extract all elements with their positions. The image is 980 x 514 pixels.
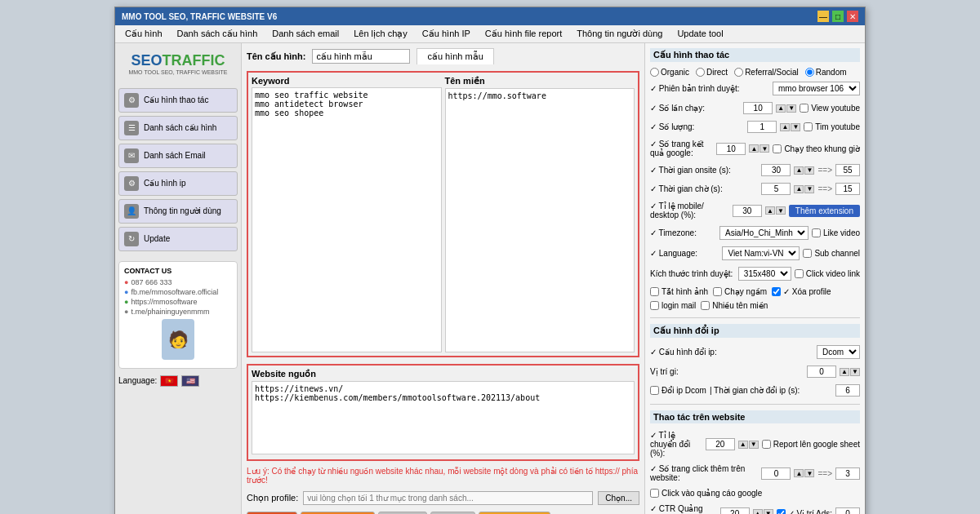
- menu-cau-hinh-ip[interactable]: Cấu hình IP: [416, 27, 477, 41]
- so-trang-click-input2[interactable]: [835, 467, 860, 480]
- doi-ip-dcom-check[interactable]: Đổi ip Dcom: [650, 386, 706, 395]
- vi-tri-up[interactable]: ▲: [840, 368, 849, 376]
- like-video-check[interactable]: Like video: [812, 228, 860, 237]
- source-textarea[interactable]: https://itnews.vn/ https://kiembenus.com…: [252, 381, 635, 454]
- config-name-input[interactable]: [312, 49, 410, 64]
- xoa-profile-checkbox[interactable]: [772, 287, 781, 296]
- tat-hinh-anh-checkbox[interactable]: [650, 287, 659, 296]
- so-trang-up[interactable]: ▲: [749, 144, 759, 153]
- so-lan-down[interactable]: ▼: [786, 104, 796, 113]
- language-select[interactable]: Viet Nam:vi-VN: [722, 246, 800, 260]
- radio-direct-input[interactable]: [696, 68, 705, 77]
- radio-organic-input[interactable]: [650, 68, 659, 77]
- browser-version-select[interactable]: mmo browser 106: [773, 82, 860, 95]
- login-mail-checkbox[interactable]: [650, 301, 659, 310]
- ti-le-chuyen-input[interactable]: [706, 438, 735, 450]
- nhieu-ten-mien-checkbox[interactable]: [701, 301, 710, 310]
- sidebar-item-danh-sach-cau-hinh[interactable]: ☰ Danh sách cấu hình: [118, 116, 238, 140]
- thoi-gian-onsite-input[interactable]: [761, 164, 791, 176]
- vi-tri-ads-input[interactable]: [835, 507, 860, 515]
- so-trang-input[interactable]: [716, 143, 746, 155]
- nhieu-ten-mien-check[interactable]: Nhiều tên miền: [701, 301, 768, 310]
- tim-youtube-check[interactable]: Tim youtube: [804, 122, 860, 131]
- chay-khung-gio-check[interactable]: Chạy theo khung giờ: [773, 144, 860, 153]
- so-lan-input[interactable]: [743, 102, 773, 114]
- doi-ip-select[interactable]: Dcom: [817, 345, 860, 359]
- so-luong-input[interactable]: [747, 121, 777, 133]
- vi-tri-gio-input[interactable]: [807, 366, 836, 378]
- close-button[interactable]: ✕: [847, 11, 858, 22]
- ctr-input[interactable]: [720, 507, 750, 515]
- keyword-textarea[interactable]: mmo seo traffic website mmo antidetect b…: [252, 87, 442, 352]
- click-video-link-check[interactable]: Click video link: [795, 269, 860, 278]
- ti-le-up[interactable]: ▲: [765, 206, 775, 215]
- view-youtube-check[interactable]: View youtube: [800, 104, 860, 113]
- radio-organic[interactable]: Organic: [650, 68, 689, 77]
- cho-down[interactable]: ▼: [804, 185, 814, 193]
- menu-len-lich-chay[interactable]: Lên lịch chạy: [347, 27, 414, 41]
- radio-referral-input[interactable]: [734, 68, 743, 77]
- menu-update-tool[interactable]: Update tool: [670, 27, 729, 41]
- radio-referral[interactable]: Referral/Social: [734, 68, 799, 77]
- report-google-checkbox[interactable]: [762, 440, 771, 449]
- maximize-button[interactable]: □: [832, 11, 844, 22]
- kich-thuoc-select[interactable]: 315x480: [738, 267, 791, 281]
- vi-tri-down[interactable]: ▼: [850, 368, 860, 376]
- tim-youtube-checkbox[interactable]: [804, 122, 813, 131]
- so-trang-click-down[interactable]: ▼: [804, 469, 814, 477]
- menu-thong-tin-nguoi-dung[interactable]: Thông tin người dùng: [570, 27, 669, 41]
- onsite-down[interactable]: ▼: [804, 166, 814, 175]
- report-google-check[interactable]: Report lên google sheet: [762, 440, 860, 449]
- radio-random-input[interactable]: [805, 68, 814, 77]
- so-luong-up[interactable]: ▲: [780, 123, 790, 131]
- thoi-gian-cho-input2[interactable]: [835, 183, 860, 195]
- menu-cau-hinh-file-report[interactable]: Cấu hình file report: [479, 27, 568, 41]
- radio-random[interactable]: Random: [805, 68, 847, 77]
- profile-input[interactable]: [303, 491, 593, 505]
- cho-up[interactable]: ▲: [794, 185, 804, 193]
- sidebar-item-cau-hinh-thao-tac[interactable]: ⚙ Cấu hình thao tác: [118, 88, 238, 113]
- ctr-up[interactable]: ▲: [753, 509, 763, 514]
- thoi-gian-onsite-input2[interactable]: [835, 164, 860, 176]
- ti-le-down[interactable]: ▼: [776, 206, 786, 215]
- them-extension-button[interactable]: Thêm extension: [789, 205, 860, 217]
- chay-khung-gio-checkbox[interactable]: [773, 144, 782, 153]
- login-mail-check[interactable]: login mail: [650, 301, 696, 310]
- radio-direct[interactable]: Direct: [696, 68, 728, 77]
- so-trang-click-up[interactable]: ▲: [794, 469, 804, 477]
- click-quang-cao-google-checkbox[interactable]: [650, 489, 659, 498]
- tat-hinh-anh-check[interactable]: Tắt hình ảnh: [650, 287, 708, 296]
- ctr-down[interactable]: ▼: [764, 509, 773, 514]
- chay-ngam-checkbox[interactable]: [713, 287, 722, 296]
- xoa-profile-check[interactable]: ✓ Xóa profile: [772, 287, 831, 296]
- chay-ngam-check[interactable]: Chạy ngầm: [713, 287, 767, 296]
- menu-cau-hinh[interactable]: Cấu hình: [118, 27, 169, 41]
- so-lan-up[interactable]: ▲: [776, 104, 786, 113]
- vi-tri-ads-check[interactable]: ✓ Vị trí Ads:: [777, 509, 832, 515]
- thoi-gian-doi-input[interactable]: [835, 384, 860, 397]
- doi-ip-dcom-checkbox[interactable]: [650, 386, 659, 395]
- view-youtube-checkbox[interactable]: [800, 104, 808, 113]
- ti-le-chuyen-down[interactable]: ▼: [749, 441, 759, 449]
- sidebar-item-thong-tin-nguoi-dung[interactable]: 👤 Thông tin người dùng: [118, 199, 238, 224]
- ti-le-chuyen-up[interactable]: ▲: [738, 441, 748, 449]
- vi-tri-ads-checkbox[interactable]: [777, 509, 786, 515]
- choose-button[interactable]: Chọn...: [598, 491, 639, 505]
- like-video-checkbox[interactable]: [812, 228, 821, 237]
- domain-textarea[interactable]: https://mmo.software: [445, 88, 635, 352]
- timezone-select[interactable]: Asia/Ho_Chi_Minh: [719, 226, 808, 240]
- menu-danh-sach-email[interactable]: Danh sách email: [265, 27, 345, 41]
- onsite-up[interactable]: ▲: [794, 166, 804, 175]
- minimize-button[interactable]: —: [817, 11, 829, 22]
- sub-channel-checkbox[interactable]: [803, 249, 812, 258]
- config-tab[interactable]: cấu hình mẫu: [416, 48, 493, 64]
- menu-danh-sach-cau-hinh[interactable]: Danh sách cấu hình: [171, 27, 265, 41]
- sidebar-item-update[interactable]: ↻ Update: [118, 227, 238, 251]
- so-trang-click-input[interactable]: [761, 467, 791, 480]
- ti-le-input[interactable]: [733, 205, 762, 217]
- click-video-link-checkbox[interactable]: [795, 269, 804, 278]
- so-trang-down[interactable]: ▼: [760, 144, 769, 153]
- so-luong-down[interactable]: ▼: [791, 123, 800, 131]
- sidebar-item-cau-hinh-ip[interactable]: ⚙ Cấu hình ip: [118, 171, 238, 196]
- sub-channel-check[interactable]: Sub channel: [803, 249, 860, 258]
